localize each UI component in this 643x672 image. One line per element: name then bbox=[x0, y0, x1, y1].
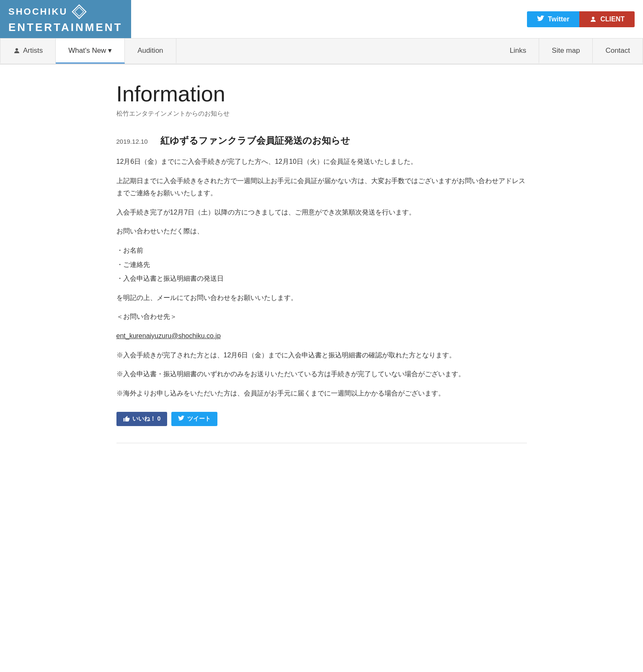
contact-email[interactable]: ent_kurenaiyuzuru@shochiku.co.jp bbox=[116, 332, 221, 339]
nav-item-contact[interactable]: Contact bbox=[593, 39, 643, 64]
svg-point-2 bbox=[592, 17, 594, 19]
person-icon bbox=[13, 47, 21, 54]
bullet-item-3: ・入会申込書と振込明細書の発送日 bbox=[116, 272, 527, 285]
main-content: Information 松竹エンタテインメントからのお知らせ 2019.12.1… bbox=[91, 65, 552, 468]
logo-area: SHOCHIKU ENTERTAINMENT bbox=[0, 0, 131, 38]
inquiry-intro: お問い合わせいただく際は、 bbox=[116, 225, 527, 238]
article-paragraph-3: 入会手続き完了が12月7日（土）以降の方につきましては、ご用意ができ次第順次発送… bbox=[116, 206, 527, 219]
svg-point-3 bbox=[15, 48, 18, 51]
client-label: CLIENT bbox=[600, 16, 625, 23]
page-subtitle: 松竹エンタテインメントからのお知らせ bbox=[116, 110, 527, 118]
main-nav: Artists What's New ▾ Audition Links Site… bbox=[0, 39, 643, 65]
inquiry-outro: を明記の上、メールにてお問い合わせをお願いいたします。 bbox=[116, 292, 527, 304]
nav-sitemap-label: Site map bbox=[552, 47, 580, 55]
thumbs-up-icon bbox=[123, 416, 130, 422]
nav-item-artists[interactable]: Artists bbox=[0, 39, 56, 64]
like-label: いいね！ 0 bbox=[132, 415, 161, 423]
contact-header: ＜お問い合わせ先＞ bbox=[116, 310, 527, 323]
article: 2019.12.10 紅ゆずるファンクラブ会員証発送のお知らせ 12月6日（金）… bbox=[116, 134, 527, 399]
logo-diamond-icon bbox=[72, 4, 87, 19]
contact-info: ＜お問い合わせ先＞ ent_kurenaiyuzuru@shochiku.co.… bbox=[116, 310, 527, 342]
tweet-bird-icon bbox=[178, 416, 185, 422]
twitter-button[interactable]: Twitter bbox=[527, 11, 579, 27]
logo-title: SHOCHIKU bbox=[8, 6, 67, 17]
like-button[interactable]: いいね！ 0 bbox=[116, 412, 168, 426]
nav-audition-label: Audition bbox=[137, 47, 163, 55]
article-title: 紅ゆずるファンクラブ会員証発送のお知らせ bbox=[160, 134, 350, 147]
nav-item-audition[interactable]: Audition bbox=[125, 39, 176, 64]
divider bbox=[116, 443, 527, 443]
logo-subtitle: ENTERTAINMENT bbox=[8, 21, 123, 34]
note-2: ※入会申込書・振込明細書のいずれかのみをお送りいただいている方は手続きが完了して… bbox=[116, 368, 527, 380]
client-button[interactable]: CLIENT bbox=[579, 11, 635, 27]
note-3: ※海外よりお申し込みをいただいた方は、会員証がお手元に届くまでに一週間以上かかる… bbox=[116, 387, 527, 400]
site-header: SHOCHIKU ENTERTAINMENT Twitter CLIENT bbox=[0, 0, 643, 39]
note-1: ※入会手続きが完了された方とは、12月6日（金）までに入会申込書と振込明細書の確… bbox=[116, 349, 527, 362]
bullet-item-2: ・ご連絡先 bbox=[116, 258, 527, 271]
tweet-button[interactable]: ツイート bbox=[171, 412, 217, 426]
article-date: 2019.12.10 bbox=[116, 138, 148, 145]
article-body: 12月6日（金）までにご入会手続きが完了した方へ、12月10日（火）に会員証を発… bbox=[116, 155, 527, 399]
nav-item-whats-new[interactable]: What's New ▾ bbox=[56, 39, 125, 64]
article-paragraph-1: 12月6日（金）までにご入会手続きが完了した方へ、12月10日（火）に会員証を発… bbox=[116, 155, 527, 168]
header-buttons: Twitter CLIENT bbox=[519, 0, 643, 38]
bullet-list: ・お名前 ・ご連絡先 ・入会申込書と振込明細書の発送日 bbox=[116, 244, 527, 285]
bullet-item-1: ・お名前 bbox=[116, 244, 527, 257]
tweet-label: ツイート bbox=[187, 415, 211, 423]
page-title: Information bbox=[116, 81, 527, 106]
nav-contact-label: Contact bbox=[605, 47, 630, 55]
nav-item-links[interactable]: Links bbox=[497, 39, 540, 64]
social-buttons: いいね！ 0 ツイート bbox=[116, 412, 527, 426]
twitter-label: Twitter bbox=[548, 16, 569, 23]
nav-whats-new-label: What's New ▾ bbox=[68, 46, 112, 55]
twitter-icon bbox=[537, 16, 545, 23]
client-icon bbox=[589, 16, 597, 23]
nav-artists-label: Artists bbox=[23, 47, 43, 55]
nav-item-sitemap[interactable]: Site map bbox=[539, 39, 593, 64]
article-header: 2019.12.10 紅ゆずるファンクラブ会員証発送のお知らせ bbox=[116, 134, 527, 147]
article-paragraph-2: 上記期日までに入会手続きをされた方で一週間以上お手元に会員証が届かない方は、大変… bbox=[116, 175, 527, 199]
nav-links-label: Links bbox=[510, 47, 527, 55]
